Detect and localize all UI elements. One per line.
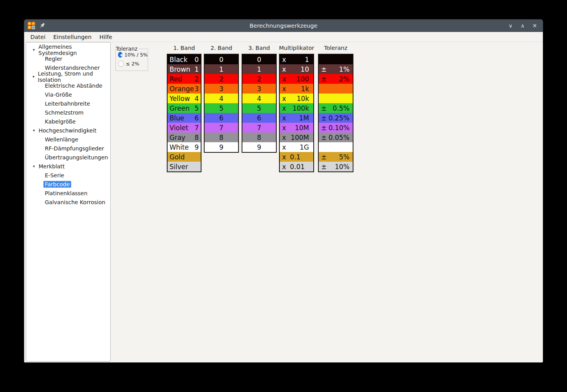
color-row-gray: 8 — [242, 132, 276, 142]
sidebar-item-kabelgröße[interactable]: Kabelgröße — [26, 117, 110, 126]
color-row-violet: x10M — [280, 123, 313, 132]
radio-button[interactable] — [118, 61, 124, 67]
multiplier-x: x — [282, 104, 286, 112]
multiplier-x: x — [282, 95, 286, 102]
sidebar-item-schmelzstrom[interactable]: Schmelzstrom — [26, 108, 110, 117]
sidebar-item-label: Schmelzstrom — [45, 109, 83, 116]
collapse-arrow-icon[interactable]: ▾ — [30, 74, 37, 79]
sidebar-item-label: Allgemeines Systemdesign — [39, 44, 110, 56]
menu-item-einstellungen[interactable]: Einstellungen — [49, 34, 95, 40]
color-row-yellow: Yellow4 — [168, 94, 201, 103]
color-row-green: 5 — [205, 103, 238, 113]
color-row-blue: 6 — [205, 113, 238, 123]
sidebar-item-übertragungsleitungen[interactable]: Übertragungsleitungen — [26, 153, 110, 162]
tolerance-value: 1% — [327, 65, 350, 73]
column-header-band1: 1. Band — [167, 45, 201, 52]
sidebar-item-leiterbahnbreite[interactable]: Leiterbahnbreite — [26, 99, 110, 108]
color-row-red: 2 — [242, 74, 276, 84]
sidebar-item-merkblatt[interactable]: ▾Merkblatt — [26, 162, 110, 171]
sidebar-item-farbcode[interactable]: Farbcode — [26, 180, 110, 189]
maximize-icon[interactable]: ∧ — [519, 22, 526, 29]
sidebar-item-label: Wellenlänge — [45, 136, 78, 143]
multiplier-value: 10k — [286, 95, 309, 102]
color-name: White — [170, 143, 194, 151]
app-window: +−×= Berechnungswerkzeuge ∨∧✕ DateiEinst… — [24, 19, 543, 362]
sidebar-item-label: Galvanische Korrosion — [45, 199, 105, 205]
sidebar-item-hochgeschwindigkeit[interactable]: ▾Hochgeschwindigkeit — [26, 126, 110, 135]
sidebar-item-e-serie[interactable]: E-Serie — [26, 171, 110, 180]
color-name: Gray — [170, 134, 194, 141]
sidebar-item-label: Via-Größe — [45, 92, 72, 98]
color-row-white: White9 — [168, 142, 201, 152]
sidebar-item-label: RF-Dämpfungsglieder — [45, 145, 104, 152]
sidebar-item-label: Kabelgröße — [45, 118, 76, 125]
tolerance-value: 10% — [327, 163, 350, 171]
collapse-arrow-icon[interactable]: ▾ — [30, 164, 38, 168]
color-row-brown: Brown1 — [168, 64, 201, 74]
radio-button[interactable] — [118, 52, 122, 58]
tolerance-option-10-5[interactable]: 10% / 5% — [118, 51, 148, 58]
color-row-brown: 1 — [242, 64, 276, 74]
collapse-arrow-icon[interactable]: ▾ — [30, 48, 38, 52]
multiplier-x: x — [282, 153, 286, 161]
color-row-silver: ±10% — [319, 162, 353, 171]
multiplier-x: x — [282, 65, 286, 73]
tolerance-option-2[interactable]: ≤ 2% — [118, 60, 148, 67]
multiplier-x: x — [282, 114, 286, 122]
tolerance-value: 2% — [327, 75, 350, 83]
color-digit: 9 — [194, 143, 199, 151]
sidebar-item-platinenklassen[interactable]: Platinenklassen — [26, 189, 110, 198]
color-row-orange: 3 — [205, 84, 238, 94]
color-row-green: 5 — [242, 103, 276, 113]
sidebar-item-leistung-strom-und-isolation[interactable]: ▾Leistung, Strom und Isolation — [26, 72, 110, 81]
color-row-green: ±0.5% — [319, 103, 353, 113]
color-row-red: ±2% — [319, 74, 353, 84]
tolerance-groupbox: Toleranz 10% / 5%≤ 2% — [115, 49, 148, 71]
color-row-gold: ±5% — [319, 152, 353, 162]
sidebar-item-galvanische-korrosion[interactable]: Galvanische Korrosion — [26, 198, 110, 207]
sidebar-item-rf-dämpfungsglieder[interactable]: RF-Dämpfungsglieder — [26, 144, 110, 153]
color-row-white — [319, 142, 353, 152]
color-name: Gold — [170, 153, 199, 161]
multiplier-value: 1M — [286, 114, 309, 122]
color-digit: 8 — [194, 134, 199, 141]
minimize-icon[interactable]: ∨ — [507, 22, 514, 29]
color-row-violet: 7 — [242, 123, 276, 132]
multiplier-value: 100k — [286, 104, 309, 112]
tolerance-value: 0.25% — [327, 114, 350, 122]
color-table-mult: x1x10x100x1kx10kx100kx1Mx10Mx100Mx1Gx0.1… — [279, 54, 314, 172]
color-row-silver: x0.01 — [280, 162, 313, 171]
sidebar-item-label: Regler — [45, 56, 62, 62]
tolerance-value: 5% — [327, 153, 350, 161]
color-row-orange — [319, 84, 353, 94]
menu-item-datei[interactable]: Datei — [26, 34, 49, 40]
close-icon[interactable]: ✕ — [531, 22, 538, 29]
sidebar-item-wellenlänge[interactable]: Wellenlänge — [26, 135, 110, 144]
sidebar-item-via-größe[interactable]: Via-Größe — [26, 90, 110, 99]
color-name: Violet — [170, 124, 194, 132]
sidebar-item-label: Farbcode — [43, 181, 71, 188]
color-row-red: 2 — [205, 74, 238, 84]
multiplier-value: 1G — [286, 143, 309, 151]
color-row-green: x100k — [280, 103, 313, 113]
column-header-tol: Toleranz — [318, 45, 353, 52]
sidebar-item-label: Merkblatt — [39, 163, 65, 170]
multiplier-value: 0.1 — [290, 153, 300, 161]
color-digit: 5 — [194, 104, 199, 112]
color-row-orange: x1k — [280, 84, 313, 94]
window-title: Berechnungswerkzeuge — [24, 19, 543, 32]
color-table-band2: 0123456789 — [204, 54, 239, 153]
color-row-blue: Blue6 — [168, 113, 201, 123]
color-table-band1: Black0Brown1Red2Orange3Yellow4Green5Blue… — [167, 54, 201, 172]
menu-item-hilfe[interactable]: Hilfe — [95, 34, 116, 40]
color-row-orange: 3 — [242, 84, 276, 94]
color-row-black: Black0 — [168, 55, 201, 64]
sidebar-item-allgemeines-systemdesign[interactable]: ▾Allgemeines Systemdesign — [26, 45, 110, 54]
tolerance-value: 0.05% — [327, 134, 350, 141]
color-row-violet: 7 — [205, 123, 238, 132]
color-row-red: x100 — [280, 74, 313, 84]
multiplier-value: 1k — [286, 85, 309, 93]
radio-label: 10% / 5% — [124, 52, 148, 58]
collapse-arrow-icon[interactable]: ▾ — [30, 128, 38, 132]
color-row-violet: ±0.10% — [319, 123, 353, 132]
